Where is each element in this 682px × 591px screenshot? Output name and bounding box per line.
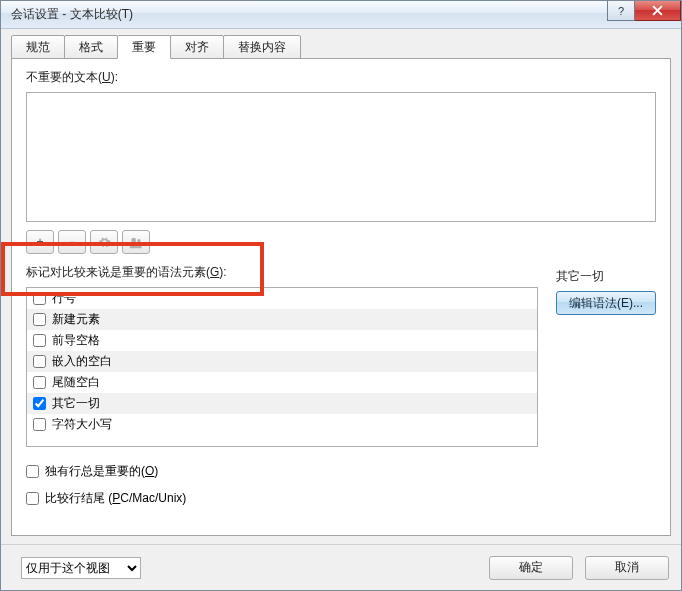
list-item-checkbox[interactable] [33,376,46,389]
line-endings-label: 比较行结尾 (PC/Mac/Unix) [45,490,186,507]
list-item[interactable]: 前导空格 [27,330,537,351]
svg-point-1 [137,239,141,243]
tab-rules[interactable]: 规范 [11,35,65,59]
list-item[interactable]: 嵌入的空白 [27,351,537,372]
list-item-checkbox[interactable] [33,397,46,410]
title-buttons: ? [607,1,681,21]
orphan-row: 独有行总是重要的(O) [26,463,656,480]
list-item-label: 其它一切 [52,395,100,412]
tab-alignment[interactable]: 对齐 [170,35,224,59]
list-item[interactable]: 新建元素 [27,309,537,330]
tab-panel-importance: 不重要的文本(U): + − 标记对比较来说是重要的语法元素(G): [11,58,671,536]
list-item-label: 行号 [52,290,76,307]
line-endings-row: 比较行结尾 (PC/Mac/Unix) [26,490,656,507]
close-icon [652,5,663,16]
plus-icon: + [36,235,43,249]
everything-else-label: 其它一切 [556,268,656,285]
client-area: 规范 格式 重要 对齐 替换内容 不重要的文本(U): + − [1,29,681,544]
line-endings-checkbox[interactable] [26,492,39,505]
syntax-elements-label: 标记对比较来说是重要的语法元素(G): [26,264,538,281]
tabstrip: 规范 格式 重要 对齐 替换内容 [11,35,671,59]
list-item-checkbox[interactable] [33,292,46,305]
close-button[interactable] [635,1,681,21]
list-item-label: 前导空格 [52,332,100,349]
ok-button[interactable]: 确定 [489,556,573,580]
list-item-checkbox[interactable] [33,418,46,431]
settings-button[interactable] [90,230,118,254]
list-item[interactable]: 其它一切 [27,393,537,414]
people-icon [129,236,143,249]
remove-button[interactable]: − [58,230,86,254]
list-item-checkbox[interactable] [33,313,46,326]
share-button[interactable] [122,230,150,254]
list-item[interactable]: 字符大小写 [27,414,537,435]
gear-icon [98,236,111,249]
list-item[interactable]: 尾随空白 [27,372,537,393]
add-button[interactable]: + [26,230,54,254]
list-item-label: 尾随空白 [52,374,100,391]
dialog-footer: 仅用于这个视图 确定 取消 [1,544,681,590]
unimportant-text-label: 不重要的文本(U): [26,69,656,86]
tab-importance[interactable]: 重要 [117,35,171,59]
list-item[interactable]: 行号 [27,288,537,309]
list-item-label: 嵌入的空白 [52,353,112,370]
svg-point-0 [131,237,136,242]
tab-format[interactable]: 格式 [64,35,118,59]
minus-icon: − [68,235,75,249]
help-button[interactable]: ? [607,1,635,21]
window-title: 会话设置 - 文本比较(T) [11,6,133,23]
titlebar: 会话设置 - 文本比较(T) ? [1,1,681,29]
tab-replacements[interactable]: 替换内容 [223,35,301,59]
orphan-lines-label: 独有行总是重要的(O) [45,463,158,480]
dialog-window: 会话设置 - 文本比较(T) ? 规范 格式 重要 对齐 替换内容 不重要的文本… [0,0,682,591]
unimportant-toolbar: + − [26,230,656,254]
list-item-label: 字符大小写 [52,416,112,433]
everything-else-column: 其它一切 编辑语法(E)... [556,264,656,447]
orphan-lines-checkbox[interactable] [26,465,39,478]
unimportant-text-input[interactable] [26,92,656,222]
lower-section: 标记对比较来说是重要的语法元素(G): 行号新建元素前导空格嵌入的空白尾随空白其… [26,264,656,447]
list-item-label: 新建元素 [52,311,100,328]
scope-select[interactable]: 仅用于这个视图 [21,557,141,579]
syntax-elements-list[interactable]: 行号新建元素前导空格嵌入的空白尾随空白其它一切字符大小写 [26,287,538,447]
cancel-button[interactable]: 取消 [585,556,669,580]
list-item-checkbox[interactable] [33,355,46,368]
edit-grammar-button[interactable]: 编辑语法(E)... [556,291,656,315]
list-item-checkbox[interactable] [33,334,46,347]
syntax-column: 标记对比较来说是重要的语法元素(G): 行号新建元素前导空格嵌入的空白尾随空白其… [26,264,538,447]
